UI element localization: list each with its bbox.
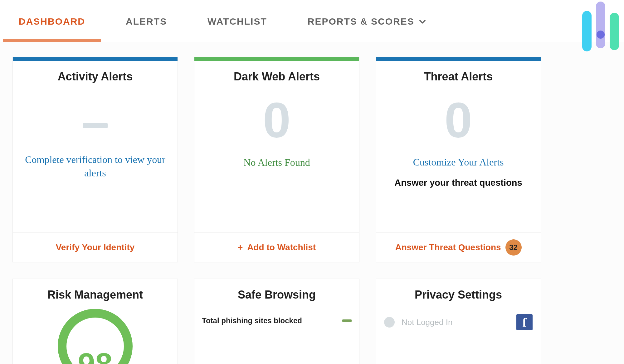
dashboard-grid: Activity Alerts Complete verification to… (0, 42, 624, 364)
card-accent (194, 57, 359, 61)
risk-score-ring: 98 (13, 309, 178, 364)
brand-logo (582, 2, 619, 51)
threat-subtext: Answer your threat questions (394, 178, 522, 188)
threat-count-badge: 32 (505, 239, 522, 256)
card-body: Complete verification to view your alert… (13, 89, 178, 232)
card-title: Privacy Settings (376, 279, 541, 307)
verify-message-link[interactable]: Complete verification to view your alert… (20, 153, 170, 180)
verify-identity-button[interactable]: Verify Your Identity (13, 232, 178, 262)
card-title: Dark Web Alerts (194, 61, 359, 89)
customize-alerts-link[interactable]: Customize Your Alerts (413, 156, 504, 169)
status-dot-icon (384, 317, 395, 328)
card-accent (13, 57, 178, 61)
tab-alerts-label: ALERTS (126, 16, 167, 27)
card-body: 0 Customize Your Alerts Answer your thre… (376, 89, 541, 232)
facebook-icon: f (516, 314, 533, 330)
no-alerts-message: No Alerts Found (243, 157, 310, 168)
answer-threat-questions-button[interactable]: Answer Threat Questions 32 (376, 232, 541, 262)
card-threat-alerts: Threat Alerts 0 Customize Your Alerts An… (376, 57, 541, 262)
card-safe-browsing: Safe Browsing Total phishing sites block… (194, 279, 359, 364)
alert-count: 0 (263, 95, 291, 145)
top-nav: DASHBOARD ALERTS WATCHLIST REPORTS & SCO… (0, 0, 624, 42)
tab-reports-label: REPORTS & SCORES (308, 16, 414, 27)
card-title: Risk Management (13, 279, 178, 307)
login-status-text: Not Logged In (402, 318, 452, 327)
tab-watchlist-label: WATCHLIST (207, 16, 267, 27)
phishing-blocked-label: Total phishing sites blocked (202, 316, 302, 325)
nav-tabs: DASHBOARD ALERTS WATCHLIST REPORTS & SCO… (19, 1, 427, 42)
facebook-privacy-row[interactable]: Not Logged In f (376, 307, 541, 337)
phishing-blocked-row: Total phishing sites blocked (194, 307, 359, 331)
card-accent (376, 57, 541, 61)
add-to-watchlist-label: Add to Watchlist (247, 242, 316, 252)
card-risk-management: Risk Management 98 (12, 279, 178, 364)
empty-value-icon (83, 123, 108, 128)
tab-reports-scores[interactable]: REPORTS & SCORES (308, 1, 427, 42)
plus-icon: + (238, 242, 243, 252)
tab-alerts[interactable]: ALERTS (126, 1, 167, 42)
answer-threat-label: Answer Threat Questions (395, 242, 501, 252)
card-dark-web-alerts: Dark Web Alerts 0 No Alerts Found + Add … (194, 57, 359, 262)
tab-dashboard-label: DASHBOARD (19, 16, 85, 27)
add-to-watchlist-button[interactable]: + Add to Watchlist (194, 232, 359, 262)
empty-value-icon (342, 319, 352, 322)
tab-watchlist[interactable]: WATCHLIST (207, 1, 267, 42)
card-activity-alerts: Activity Alerts Complete verification to… (12, 57, 178, 262)
card-body: 0 No Alerts Found (194, 89, 359, 232)
card-title: Threat Alerts (376, 61, 541, 89)
alert-count: 0 (445, 95, 472, 145)
card-title: Safe Browsing (194, 279, 359, 307)
risk-score-value: 98 (78, 353, 112, 364)
chevron-down-icon (418, 17, 427, 26)
card-title: Activity Alerts (13, 61, 178, 89)
verify-identity-label: Verify Your Identity (56, 242, 135, 252)
tab-dashboard[interactable]: DASHBOARD (19, 1, 85, 42)
card-privacy-settings: Privacy Settings Not Logged In f (376, 279, 541, 364)
